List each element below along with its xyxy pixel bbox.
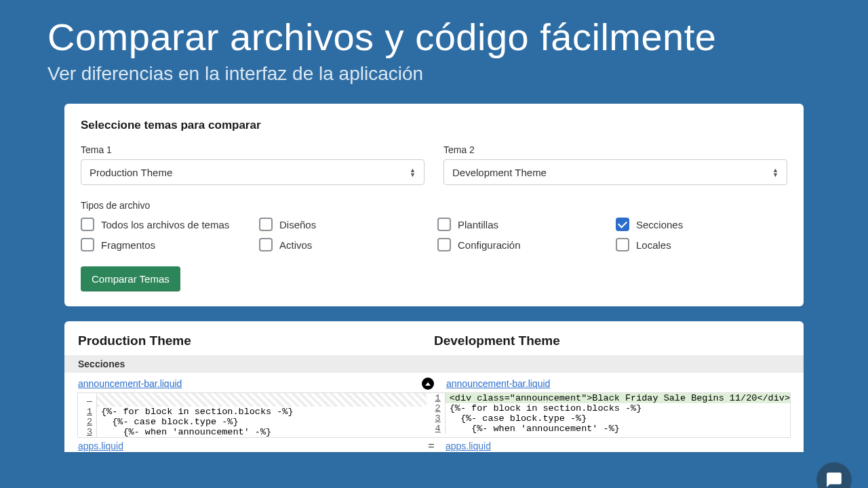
form-title: Seleccione temas para comparar (81, 119, 787, 132)
code-line: {%- case block.type -%} (97, 417, 427, 427)
collapse-icon[interactable] (422, 378, 434, 390)
select-caret-icon: ▲▼ (772, 168, 778, 177)
select-caret-icon: ▲▼ (410, 168, 416, 177)
theme2-value: Development Theme (452, 167, 547, 178)
checkbox-locales[interactable]: Locales (616, 238, 787, 251)
equality-marker: = (422, 440, 440, 452)
checkbox-icon (81, 218, 94, 231)
checkbox-secciones[interactable]: Secciones (616, 218, 787, 231)
diff-left-column: 1{%- for block in section.blocks -%} 2 {… (78, 393, 427, 437)
hero-banner: Comparar archivos y código fácilmente Ve… (0, 0, 868, 92)
diff-right-column: 1<div class="announcement">Black Friday … (427, 393, 790, 437)
file-link-left[interactable]: announcement-bar.liquid (78, 378, 182, 389)
file-link-left[interactable]: apps.liquid (78, 441, 123, 451)
file-link-right[interactable]: apps.liquid (446, 441, 491, 451)
diff-view: 1{%- for block in section.blocks -%} 2 {… (77, 392, 791, 438)
checkbox-icon (616, 238, 629, 251)
theme1-label: Tema 1 (81, 144, 425, 155)
theme1-select[interactable]: Production Theme ▲▼ (81, 159, 425, 185)
code-line: {%- for block in section.blocks -%} (446, 403, 790, 413)
code-line: {%- for block in section.blocks -%} (97, 407, 427, 417)
checkbox-icon (616, 218, 629, 231)
results-section-bar: Secciones (64, 355, 804, 373)
theme1-value: Production Theme (90, 167, 172, 178)
checkbox-activos[interactable]: Activos (259, 238, 431, 251)
chat-icon (825, 471, 843, 488)
checkbox-plantillas[interactable]: Plantillas (437, 218, 609, 231)
checkbox-icon (437, 218, 451, 231)
checkbox-icon (437, 238, 451, 251)
checkbox-configuracion[interactable]: Configuración (437, 238, 609, 251)
code-line: {%- when 'announcement' -%} (97, 427, 427, 437)
compare-button[interactable]: Comparar Temas (81, 266, 180, 291)
checkbox-disenos[interactable]: Diseños (259, 218, 431, 231)
filetypes-label: Tipos de archivo (81, 200, 787, 211)
code-line: {%- when 'announcement' -%} (446, 424, 790, 434)
theme2-label: Tema 2 (443, 144, 787, 155)
results-right-title: Development Theme (434, 333, 790, 355)
hero-title: Comparar archivos y código fácilmente (47, 15, 821, 59)
file-link-right[interactable]: announcement-bar.liquid (446, 378, 550, 389)
checkbox-icon (259, 238, 273, 251)
checkbox-fragmentos[interactable]: Fragmentos (81, 238, 252, 251)
code-line-added: <div class="announcement">Black Friday S… (446, 393, 790, 403)
hero-subtitle: Ver diferencias en la interfaz de la apl… (47, 63, 821, 85)
code-line: {%- case block.type -%} (446, 413, 790, 424)
file-row: announcement-bar.liquid announcement-bar… (78, 373, 790, 392)
results-left-title: Production Theme (78, 333, 434, 355)
chat-widget-button[interactable] (816, 462, 852, 488)
checkbox-icon (259, 218, 273, 231)
checkbox-icon (81, 238, 94, 251)
compare-form-panel: Seleccione temas para comparar Tema 1 Pr… (64, 104, 804, 306)
checkbox-all-theme-files[interactable]: Todos los archivos de temas (81, 218, 252, 231)
theme2-select[interactable]: Development Theme ▲▼ (443, 159, 787, 185)
results-panel: Production Theme Development Theme Secci… (64, 321, 804, 452)
file-row: apps.liquid = apps.liquid (78, 438, 790, 452)
